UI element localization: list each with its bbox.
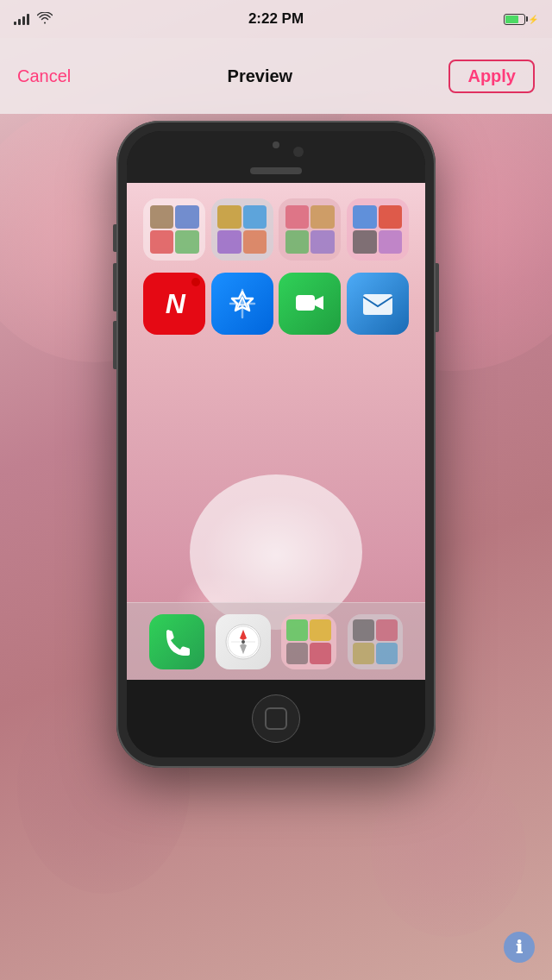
cancel-button[interactable]: Cancel — [17, 66, 71, 86]
app-folder-3[interactable] — [279, 198, 341, 261]
status-right: ⚡ — [504, 14, 538, 25]
info-button[interactable]: ℹ — [504, 932, 535, 963]
svg-point-9 — [242, 640, 245, 644]
wifi-icon — [37, 12, 53, 27]
volume-down-button — [113, 321, 116, 369]
phone-sensor — [293, 147, 304, 157]
home-button[interactable] — [252, 694, 300, 743]
info-icon: ℹ — [516, 937, 523, 958]
battery-icon — [504, 14, 525, 25]
app-netflix[interactable]: N — [143, 273, 205, 335]
bg-blob-bottom-right — [371, 764, 526, 937]
svg-text:A: A — [236, 293, 248, 312]
signal-bar-4 — [27, 14, 29, 25]
status-bar: 2:22 PM ⚡ — [0, 0, 552, 38]
dock-photo-folder[interactable] — [348, 614, 403, 669]
svg-rect-1 — [296, 295, 315, 311]
battery-indicator: ⚡ — [504, 14, 538, 25]
signal-icon — [14, 13, 29, 25]
phone-top — [127, 131, 425, 183]
power-button — [436, 263, 439, 332]
phone-inner: N A — [127, 131, 425, 757]
charging-icon: ⚡ — [528, 15, 538, 24]
svg-rect-2 — [363, 294, 392, 315]
signal-bar-3 — [22, 16, 25, 25]
phone-speaker — [250, 167, 302, 174]
home-button-icon — [265, 707, 287, 730]
status-left — [14, 12, 53, 27]
app-mail[interactable] — [347, 273, 409, 335]
app-facetime[interactable] — [279, 273, 341, 335]
phone-bottom-bar — [127, 680, 425, 757]
phone-dock — [127, 602, 425, 680]
dock-messages-folder[interactable] — [281, 614, 336, 669]
phone-screen: N A — [127, 181, 425, 680]
status-time: 2:22 PM — [248, 10, 304, 28]
battery-fill — [505, 16, 518, 23]
volume-up-button — [113, 263, 116, 311]
nav-title: Preview — [228, 66, 293, 86]
mute-button — [113, 224, 116, 252]
apply-button[interactable]: Apply — [467, 66, 516, 85]
phone-body: N A — [116, 121, 436, 768]
app-folder-2[interactable] — [211, 198, 273, 261]
dock-phone[interactable] — [149, 614, 204, 669]
apply-button-wrapper[interactable]: Apply — [448, 60, 535, 93]
signal-bar-1 — [14, 22, 16, 25]
app-appstore[interactable]: A — [211, 273, 273, 335]
phone-mockup: N A — [116, 121, 436, 768]
nav-bar: Cancel Preview Apply — [0, 38, 552, 114]
signal-bar-2 — [18, 19, 21, 25]
app-folder-1[interactable] — [143, 198, 205, 261]
phone-camera — [273, 141, 279, 148]
app-folder-4[interactable] — [347, 198, 409, 261]
dock-safari[interactable] — [216, 614, 271, 669]
